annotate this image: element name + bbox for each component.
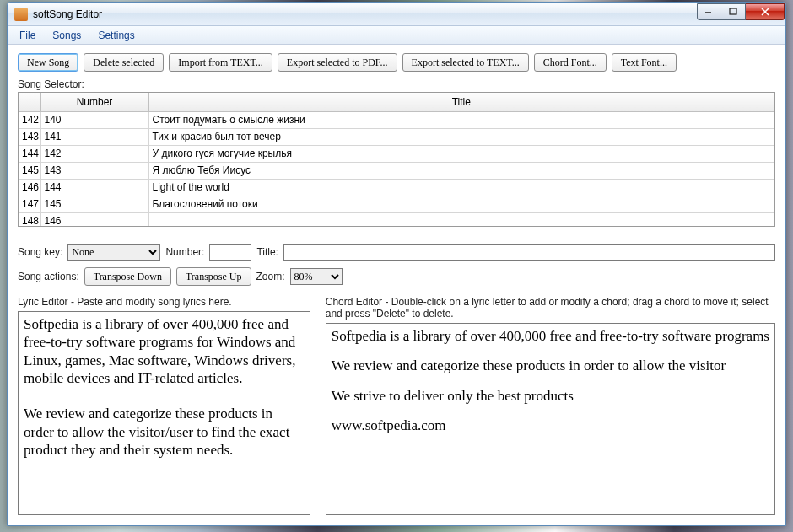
svg-rect-1 — [730, 8, 736, 14]
row-number: 143 — [40, 162, 148, 179]
chord-font-button[interactable]: Chord Font... — [534, 53, 607, 72]
table-row[interactable]: 146144Light of the world — [19, 179, 774, 196]
zoom-label: Zoom: — [256, 271, 285, 282]
song-selector-section: Song Selector: Number Title 142140Стоит … — [18, 78, 775, 227]
chord-line[interactable]: We review and categorize these products … — [332, 357, 769, 374]
song-table-scroll[interactable]: Number Title 142140Стоит подумать о смыс… — [19, 93, 774, 226]
row-title — [148, 212, 774, 226]
chord-editor[interactable]: Softpedia is a library of over 400,000 f… — [326, 323, 775, 515]
row-title: Благословений потоки — [148, 196, 774, 212]
row-number: 144 — [40, 179, 148, 196]
close-button[interactable] — [746, 3, 785, 20]
row-title: У дикого гуся могучие крылья — [148, 145, 774, 162]
song-table-wrap: Number Title 142140Стоит подумать о смыс… — [18, 92, 775, 227]
lyric-editor-label: Lyric Editor - Paste and modify song lyr… — [18, 296, 310, 308]
title-label: Title: — [256, 246, 278, 258]
chord-editor-col: Chord Editor - Double-click on a lyric l… — [326, 296, 775, 515]
import-text-button[interactable]: Import from TEXT... — [169, 53, 272, 72]
table-row[interactable]: 143141Тих и красив был тот вечер — [19, 128, 774, 145]
titlebar[interactable]: softSong Editor — [8, 3, 785, 26]
col-number[interactable]: Number — [40, 93, 148, 111]
export-text-button[interactable]: Export selected to TEXT... — [402, 53, 529, 72]
export-pdf-button[interactable]: Export selected to PDF... — [278, 53, 397, 72]
menubar: File Songs Settings — [8, 26, 785, 45]
row-idx: 143 — [19, 128, 40, 145]
song-key-select[interactable]: None — [67, 244, 160, 261]
table-row[interactable]: 147145Благословений потоки — [19, 196, 774, 212]
row-idx: 147 — [19, 196, 40, 212]
song-table[interactable]: Number Title 142140Стоит подумать о смыс… — [19, 93, 774, 226]
row-idx: 142 — [19, 111, 40, 128]
row-number: 146 — [40, 212, 148, 226]
transpose-down-button[interactable]: Transpose Down — [84, 267, 171, 286]
zoom-select[interactable]: 80% — [290, 268, 343, 285]
title-input[interactable] — [283, 244, 775, 261]
row-title: Я люблю Тебя Иисус — [148, 162, 774, 179]
row-number: 141 — [40, 128, 148, 145]
table-row[interactable]: 145143Я люблю Тебя Иисус — [19, 162, 774, 179]
delete-selected-button[interactable]: Delete selected — [84, 53, 164, 72]
editors-row: Lyric Editor - Paste and modify song lyr… — [18, 296, 775, 515]
menu-settings[interactable]: Settings — [89, 27, 143, 44]
number-label: Number: — [165, 246, 204, 258]
song-selector-label: Song Selector: — [18, 78, 775, 90]
chord-line[interactable]: www.softpedia.com — [332, 416, 769, 434]
row-idx: 146 — [19, 179, 40, 196]
minimize-button[interactable] — [697, 3, 720, 20]
row-number: 145 — [40, 196, 148, 212]
col-title[interactable]: Title — [148, 93, 774, 111]
lyric-editor-col: Lyric Editor - Paste and modify song lyr… — [18, 296, 310, 515]
song-actions-row: Song actions: Transpose Down Transpose U… — [18, 267, 775, 286]
content-area: New Song Delete selected Import from TEX… — [8, 45, 785, 525]
new-song-button[interactable]: New Song — [18, 53, 78, 72]
app-icon — [14, 8, 28, 21]
lyric-editor[interactable]: Softpedia is a library of over 400,000 f… — [18, 311, 310, 515]
row-idx: 145 — [19, 162, 40, 179]
text-font-button[interactable]: Text Font... — [612, 53, 677, 72]
chord-line[interactable]: We strive to deliver only the best produ… — [332, 387, 769, 405]
menu-songs[interactable]: Songs — [44, 27, 89, 44]
maximize-button[interactable] — [720, 3, 746, 20]
row-title: Light of the world — [148, 179, 774, 196]
window-controls — [697, 3, 785, 20]
row-number: 142 — [40, 145, 148, 162]
song-key-label: Song key: — [18, 246, 62, 258]
row-number: 140 — [40, 111, 148, 128]
row-title: Стоит подумать о смысле жизни — [148, 111, 774, 128]
song-actions-label: Song actions: — [18, 271, 79, 282]
chord-editor-label: Chord Editor - Double-click on a lyric l… — [326, 296, 775, 320]
chord-line[interactable]: Softpedia is a library of over 400,000 f… — [332, 327, 769, 345]
menu-file[interactable]: File — [11, 27, 44, 44]
song-fields-row: Song key: None Number: Title: — [18, 244, 775, 261]
table-row[interactable]: 148146 — [19, 212, 774, 226]
window-title: softSong Editor — [33, 8, 784, 20]
app-window: softSong Editor File Songs Settings New … — [7, 2, 786, 526]
table-row[interactable]: 142140Стоит подумать о смысле жизни — [19, 111, 774, 128]
row-title: Тих и красив был тот вечер — [148, 128, 774, 145]
toolbar: New Song Delete selected Import from TEX… — [18, 53, 775, 72]
row-idx: 144 — [19, 145, 40, 162]
table-row[interactable]: 144142У дикого гуся могучие крылья — [19, 145, 774, 162]
number-input[interactable] — [209, 244, 251, 261]
row-idx: 148 — [19, 212, 40, 226]
col-blank[interactable] — [19, 93, 40, 111]
transpose-up-button[interactable]: Transpose Up — [176, 267, 251, 286]
